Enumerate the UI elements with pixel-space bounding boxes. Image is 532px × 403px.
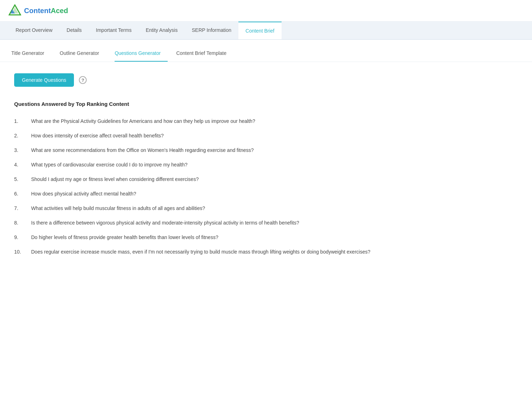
sub-nav-item-outline-generator[interactable]: Outline Generator	[60, 47, 106, 61]
list-item: 1.What are the Physical Activity Guideli…	[14, 114, 518, 129]
logo-icon	[8, 4, 21, 17]
questions-section: Questions Answered by Top Ranking Conten…	[14, 101, 518, 259]
main-content: Generate Questions ? Questions Answered …	[0, 62, 532, 403]
app-header: ContentAced	[0, 0, 532, 22]
logo-content: Content	[24, 7, 51, 15]
sub-nav-item-content-brief-template[interactable]: Content Brief Template	[176, 47, 233, 61]
list-item: 7.What activities will help build muscul…	[14, 201, 518, 216]
question-number: 2.	[14, 132, 18, 140]
question-number: 5.	[14, 176, 18, 183]
question-number: 7.	[14, 205, 18, 212]
sub-nav-item-title-generator[interactable]: Title Generator	[11, 47, 51, 61]
logo-aced: Aced	[51, 7, 68, 15]
list-item: 2.How does intensity of exercise affect …	[14, 129, 518, 143]
list-item: 4.What types of cardiovascular exercise …	[14, 158, 518, 172]
list-item: 8.Is there a difference between vigorous…	[14, 216, 518, 230]
list-item: 5.Should I adjust my age or fitness leve…	[14, 172, 518, 187]
sub-nav-item-questions-generator[interactable]: Questions Generator	[115, 47, 168, 62]
question-number: 10.	[14, 248, 21, 256]
generate-questions-button[interactable]: Generate Questions	[14, 73, 74, 87]
sub-navigation: Title GeneratorOutline GeneratorQuestion…	[0, 40, 532, 62]
top-nav-item-report-overview[interactable]: Report Overview	[8, 22, 59, 39]
list-item: 6.How does physical activity affect ment…	[14, 187, 518, 201]
top-nav-item-important-terms[interactable]: Important Terms	[89, 22, 139, 39]
top-nav-item-serp-information[interactable]: SERP Information	[185, 22, 238, 39]
question-number: 3.	[14, 147, 18, 154]
question-number: 9.	[14, 234, 18, 241]
top-nav-item-content-brief[interactable]: Content Brief	[238, 22, 282, 39]
question-number: 4.	[14, 161, 18, 169]
list-item: 10.Does regular exercise increase muscle…	[14, 245, 518, 259]
questions-title: Questions Answered by Top Ranking Conten…	[14, 101, 518, 107]
questions-list: 1.What are the Physical Activity Guideli…	[14, 114, 518, 259]
top-nav-item-details[interactable]: Details	[59, 22, 89, 39]
question-number: 1.	[14, 118, 18, 125]
question-number: 8.	[14, 219, 18, 227]
action-area: Generate Questions ?	[14, 73, 518, 87]
list-item: 3.What are some recommendations from the…	[14, 143, 518, 158]
help-icon[interactable]: ?	[79, 76, 87, 84]
top-nav-item-entity-analysis[interactable]: Entity Analysis	[139, 22, 185, 39]
logo[interactable]: ContentAced	[8, 4, 68, 17]
top-navigation: Report OverviewDetailsImportant TermsEnt…	[0, 22, 532, 40]
list-item: 9.Do higher levels of fitness provide gr…	[14, 230, 518, 245]
question-number: 6.	[14, 190, 18, 198]
logo-text: ContentAced	[24, 7, 68, 15]
